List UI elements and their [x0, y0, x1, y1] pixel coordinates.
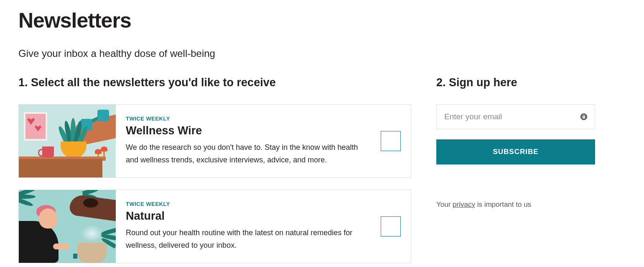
lock-icon — [580, 113, 588, 121]
signup-heading: 2. Sign up here — [436, 76, 595, 89]
privacy-link[interactable]: privacy — [453, 200, 475, 208]
newsletter-card-wellness-wire: TWICE WEEKLY Wellness Wire We do the res… — [18, 104, 411, 178]
select-newsletters-heading: 1. Select all the newsletters you'd like… — [18, 76, 411, 89]
newsletter-frequency: TWICE WEEKLY — [126, 201, 371, 207]
privacy-suffix: is important to us — [475, 200, 531, 208]
privacy-prefix: Your — [436, 200, 453, 208]
newsletter-frequency: TWICE WEEKLY — [126, 116, 371, 122]
newsletter-description: Round out your health routine with the l… — [126, 227, 371, 252]
page-title: Newsletters — [18, 8, 626, 33]
newsletter-illustration — [19, 190, 116, 263]
subscribe-button[interactable]: SUBSCRIBE — [436, 139, 595, 164]
privacy-note: Your privacy is important to us — [436, 200, 595, 209]
newsletter-title: Natural — [126, 210, 371, 223]
page-subtitle: Give your inbox a healthy dose of well-b… — [18, 48, 626, 59]
newsletter-checkbox[interactable] — [381, 216, 401, 236]
newsletter-card-natural: TWICE WEEKLY Natural Round out your heal… — [18, 190, 411, 263]
newsletter-description: We do the research so you don't have to.… — [126, 141, 371, 166]
svg-rect-1 — [583, 116, 585, 118]
email-field[interactable] — [436, 104, 595, 129]
newsletter-checkbox[interactable] — [381, 131, 401, 151]
newsletter-title: Wellness Wire — [126, 124, 371, 137]
newsletter-illustration — [19, 105, 116, 177]
